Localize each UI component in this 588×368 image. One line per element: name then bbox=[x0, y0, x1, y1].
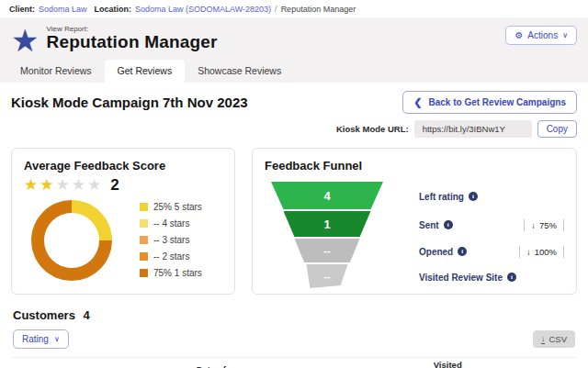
kiosk-url-field[interactable]: https://bit.ly/3IBNw1Y bbox=[414, 120, 532, 138]
drop-percentage-badge: ↓75% bbox=[524, 219, 564, 231]
score-legend: 25% 5 stars -- 4 stars -- 3 stars -- 2 s… bbox=[140, 202, 202, 281]
info-icon[interactable]: i bbox=[458, 247, 467, 256]
average-feedback-score-card: Average Feedback Score ★★★★★ 2 25% 5 sta… bbox=[11, 148, 235, 295]
legend-swatch bbox=[140, 236, 148, 244]
actions-button[interactable]: ⚙ Actions ∨ bbox=[505, 26, 577, 45]
download-icon: ↓ bbox=[541, 335, 546, 344]
breadcrumb: Client: Sodoma Law Location: Sodoma Law … bbox=[0, 0, 588, 17]
header-visited-review-sites[interactable]: ⇅Visited Review Sites bbox=[424, 358, 481, 368]
breadcrumb-location-link[interactable]: Sodoma Law (SODOMALAW-28203) bbox=[135, 5, 271, 14]
customers-title: Customers bbox=[13, 308, 75, 322]
legend-swatch bbox=[140, 203, 148, 211]
chevron-left-icon: ❮ bbox=[413, 96, 422, 108]
funnel-label-row: Left ratingi bbox=[419, 182, 564, 211]
score-value: 2 bbox=[110, 176, 119, 195]
funnel-card-title: Feedback Funnel bbox=[265, 159, 564, 173]
drop-percentage-badge: ↓100% bbox=[519, 246, 564, 258]
chevron-down-icon: ∨ bbox=[562, 31, 568, 39]
funnel-chart: 4 1 -- -- bbox=[265, 182, 390, 290]
breadcrumb-current-page: Reputation Manager bbox=[281, 5, 356, 14]
actions-button-label: Actions bbox=[527, 30, 558, 40]
legend-item-2-stars: -- 2 stars bbox=[140, 251, 202, 262]
star-rating: ★★★★★ bbox=[24, 177, 101, 194]
funnel-stage-label: Opened bbox=[419, 247, 453, 257]
campaign-title: Kiosk Mode Campaign 7th Nov 2023 bbox=[11, 95, 248, 110]
star-icon: ★ bbox=[72, 177, 85, 194]
legend-label: 25% 5 stars bbox=[153, 202, 202, 212]
info-icon[interactable]: i bbox=[469, 192, 478, 201]
tab-bar: Monitor Reviews Get Reviews Showcase Rev… bbox=[0, 60, 588, 83]
rating-filter-dropdown[interactable]: Rating ∨ bbox=[13, 329, 69, 349]
tab-get-reviews[interactable]: Get Reviews bbox=[105, 60, 186, 83]
legend-item-4-stars: -- 4 stars bbox=[140, 218, 202, 229]
donut-chart bbox=[31, 200, 112, 281]
table-header-row: ⇅Customer Details ⇅Status ⇅Date of Feedb… bbox=[11, 357, 577, 368]
legend-item-1-stars: 75% 1 stars bbox=[140, 268, 202, 278]
score-card-title: Average Feedback Score bbox=[24, 159, 222, 173]
csv-button-label: CSV bbox=[548, 334, 567, 344]
legend-label: -- 4 stars bbox=[153, 218, 189, 229]
back-to-campaigns-button[interactable]: ❮ Back to Get Review Campaigns bbox=[402, 91, 577, 114]
funnel-segment-sent: 1 bbox=[284, 211, 371, 237]
info-icon[interactable]: i bbox=[444, 220, 453, 229]
funnel-stage-label: Visited Review Site bbox=[419, 273, 503, 283]
legend-label: 75% 1 stars bbox=[153, 268, 202, 278]
funnel-stage-label: Left rating bbox=[419, 192, 464, 202]
page-title: Reputation Manager bbox=[46, 33, 217, 51]
chevron-down-icon: ∨ bbox=[54, 335, 60, 343]
report-header: ★ View Report: Reputation Manager ⚙ Acti… bbox=[0, 17, 588, 60]
star-icon: ★ bbox=[24, 177, 38, 194]
csv-export-button[interactable]: ↓ CSV bbox=[533, 330, 575, 348]
legend-item-3-stars: -- 3 stars bbox=[140, 235, 202, 245]
main-content: Kiosk Mode Campaign 7th Nov 2023 ❮ Back … bbox=[0, 83, 588, 368]
star-logo-icon: ★ bbox=[11, 25, 39, 56]
back-button-label: Back to Get Review Campaigns bbox=[429, 97, 567, 107]
rating-filter-label: Rating bbox=[22, 334, 49, 344]
breadcrumb-client-link[interactable]: Sodoma Law bbox=[39, 5, 87, 14]
kiosk-url-label: Kiosk Mode URL: bbox=[336, 124, 409, 134]
header-date-of-feedback[interactable]: ⇅Date of Feedback bbox=[187, 362, 261, 368]
customers-table: ⇅Customer Details ⇅Status ⇅Date of Feedb… bbox=[11, 357, 577, 368]
gear-icon: ⚙ bbox=[514, 30, 523, 40]
legend-item-5-stars: 25% 5 stars bbox=[140, 202, 202, 212]
tab-monitor-reviews[interactable]: Monitor Reviews bbox=[7, 60, 105, 83]
copy-url-button[interactable]: Copy bbox=[537, 120, 577, 138]
breadcrumb-client-label: Client: bbox=[9, 5, 35, 14]
funnel-segment-left-rating: 4 bbox=[271, 182, 383, 209]
funnel-label-row: Visited Review Sitei bbox=[419, 264, 564, 290]
info-icon[interactable]: i bbox=[507, 273, 516, 282]
arrow-down-icon: ↓ bbox=[531, 220, 536, 230]
breadcrumb-location-label: Location: bbox=[95, 5, 132, 14]
customers-count: 4 bbox=[83, 308, 89, 322]
legend-swatch bbox=[140, 269, 148, 277]
funnel-segment-visited: -- bbox=[305, 264, 350, 288]
legend-label: -- 3 stars bbox=[153, 235, 189, 245]
legend-swatch bbox=[140, 219, 148, 228]
star-icon: ★ bbox=[40, 177, 53, 194]
feedback-funnel-card: Feedback Funnel 4 1 -- -- Left ratingi S… bbox=[252, 148, 577, 295]
legend-swatch bbox=[140, 252, 148, 261]
star-icon: ★ bbox=[87, 177, 101, 194]
arrow-down-icon: ↓ bbox=[526, 247, 531, 257]
funnel-stage-label: Sent bbox=[419, 220, 439, 230]
funnel-label-row: Senti ↓75% bbox=[419, 211, 564, 239]
funnel-label-row: Openedi ↓100% bbox=[419, 239, 564, 264]
funnel-segment-opened: -- bbox=[295, 239, 360, 262]
legend-label: -- 2 stars bbox=[153, 251, 189, 262]
star-icon: ★ bbox=[56, 177, 70, 194]
tab-showcase-reviews[interactable]: Showcase Reviews bbox=[185, 60, 294, 83]
breadcrumb-separator: / bbox=[275, 5, 277, 14]
